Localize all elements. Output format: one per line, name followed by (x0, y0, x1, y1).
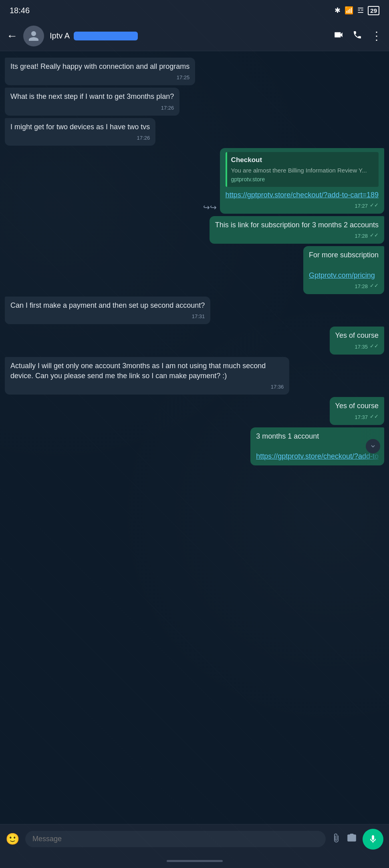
pricing-link[interactable]: Gptprotv.com/pricing (309, 271, 375, 279)
message-time: 17:35 (355, 343, 368, 351)
message-bubble: Yes of course 17:37 ✓✓ (330, 397, 384, 425)
attach-button[interactable] (331, 833, 341, 845)
more-options-button[interactable]: ⋮ (371, 29, 383, 42)
message-bubble: Can I first make a payment and then set … (5, 297, 210, 324)
message-row: I might get for two devices as I have tw… (5, 118, 384, 146)
checkout-link[interactable]: https://gptprotv.store/checkout/?add-to-… (226, 191, 379, 199)
input-bar: 🙂 (0, 824, 389, 854)
message-bubble: This is link for subscription for 3 mont… (210, 216, 384, 244)
signal-icon: ☲ (357, 6, 364, 15)
message-text: This is link for subscription for 3 mont… (215, 220, 379, 230)
message-bubble-partial: 3 months 1 account https://gptprotv.stor… (250, 427, 384, 466)
read-receipts: ✓✓ (370, 282, 379, 289)
back-button[interactable]: ← (6, 30, 18, 42)
message-row: Its great! Really happy with connection … (5, 58, 384, 85)
message-row: Yes of course 17:35 ✓✓ (5, 327, 384, 354)
message-text: Actually I will get only one account 3mo… (10, 361, 284, 381)
message-time: 17:26 (137, 134, 150, 142)
message-text: Yes of course (335, 331, 379, 341)
message-bubble: I might get for two devices as I have tw… (5, 118, 155, 146)
forward-icon: ↪↪ (203, 202, 217, 212)
message-time: 17:36 (271, 383, 284, 391)
message-time: 17:37 (355, 414, 368, 421)
message-row: Yes of course 17:37 ✓✓ (5, 397, 384, 425)
message-row: Actually I will get only one account 3mo… (5, 357, 384, 395)
contact-name: Iptv A (50, 31, 328, 40)
message-bubble: What is the next step if I want to get 3… (5, 88, 179, 115)
link-preview-desc: You are almost there Billing Information… (231, 166, 375, 174)
camera-button[interactable] (347, 833, 357, 846)
message-text: Can I first make a payment and then set … (10, 301, 205, 311)
status-icons: ✱ 📶 ☲ 29 (335, 6, 379, 15)
message-time: 17:26 (161, 104, 174, 112)
message-time: 17:27 (355, 202, 368, 210)
chat-header: ← Iptv A ⋮ (0, 21, 389, 51)
mic-button[interactable] (363, 829, 383, 850)
message-row: Can I first make a payment and then set … (5, 297, 384, 324)
message-text: For more subscription (309, 250, 379, 260)
phone-call-button[interactable] (353, 30, 362, 42)
message-bubble: Its great! Really happy with connection … (5, 58, 195, 85)
message-row: ↪↪ Checkout You are almost there Billing… (5, 148, 384, 214)
message-bubble: For more subscription Gptprotv.com/prici… (303, 246, 384, 294)
link-preview-title: Checkout (231, 155, 375, 165)
contact-info: Iptv A (50, 31, 328, 40)
message-time: 17:28 (355, 233, 368, 240)
header-actions: ⋮ (333, 29, 383, 42)
message-text: Its great! Really happy with connection … (10, 62, 189, 72)
read-receipts: ✓✓ (370, 413, 379, 420)
contact-name-blurred (74, 32, 138, 40)
scroll-down-button[interactable] (366, 439, 380, 453)
read-receipts: ✓✓ (370, 232, 379, 239)
home-bar (167, 860, 223, 862)
emoji-button[interactable]: 🙂 (6, 832, 20, 846)
wifi-icon: 📶 (345, 6, 353, 15)
message-bubble: Checkout You are almost there Billing In… (220, 148, 384, 214)
message-time: 17:28 (355, 283, 368, 290)
battery-indicator: 29 (368, 6, 379, 15)
chat-body: Its great! Really happy with connection … (0, 51, 389, 824)
message-row: For more subscription Gptprotv.com/prici… (5, 246, 384, 294)
message-time: 17:25 (177, 74, 190, 81)
video-call-button[interactable] (333, 30, 344, 42)
message-input[interactable] (25, 831, 326, 847)
read-receipts: ✓✓ (370, 343, 379, 350)
message-bubble: Actually I will get only one account 3mo… (5, 357, 289, 395)
message-row: What is the next step if I want to get 3… (5, 88, 384, 115)
message-row: 3 months 1 account https://gptprotv.stor… (5, 427, 384, 466)
bluetooth-icon: ✱ (335, 6, 341, 15)
link-preview-domain: gptprotv.store (231, 176, 375, 184)
message-text: What is the next step if I want to get 3… (10, 92, 174, 102)
home-indicator (0, 854, 389, 868)
message-time: 17:31 (192, 313, 205, 320)
read-receipts: ✓✓ (370, 202, 379, 209)
person-icon (28, 30, 40, 42)
status-time: 18:46 (10, 6, 30, 15)
message-text: I might get for two devices as I have tw… (10, 122, 150, 132)
avatar (23, 26, 44, 46)
message-row: This is link for subscription for 3 mont… (5, 216, 384, 244)
link-preview-card: Checkout You are almost there Billing In… (226, 152, 379, 186)
message-bubble: Yes of course 17:35 ✓✓ (330, 327, 384, 354)
status-bar: 18:46 ✱ 📶 ☲ 29 (0, 0, 389, 21)
message-text: Yes of course (335, 401, 379, 411)
